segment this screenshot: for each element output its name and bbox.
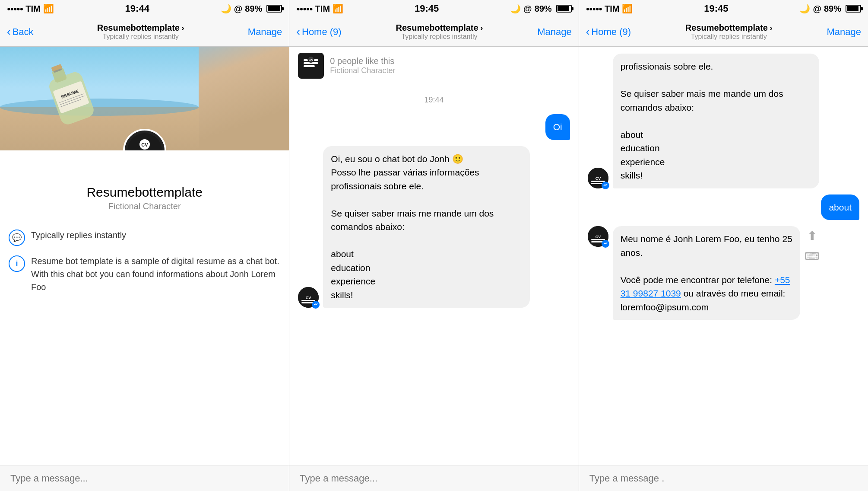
user-bubble-2: about (821, 194, 859, 220)
bot-bubble-2b: Meu nome é Jonh Lorem Foo, eu tenho 25 a… (613, 226, 800, 320)
status-bar-1: ●●●●● TIM 📶 19:44 🌙 @ 89% (0, 0, 289, 17)
keyboard-icon[interactable]: ⌨ (805, 250, 820, 262)
info-row-chat: 💬 Typically replies instantly (9, 229, 280, 246)
battery-pct-3: 89% (824, 4, 841, 14)
nav-center-3: Resumebottemplate › Typically replies in… (635, 23, 822, 41)
nav-title-3: Resumebottemplate › (685, 23, 773, 33)
bot-avatar-2a: CV (588, 168, 608, 188)
nav-title-text-3: Resumebottemplate (685, 23, 768, 33)
type-bar-3 (579, 465, 868, 491)
nav-center-2: Resumebottemplate › Typically replies in… (346, 23, 533, 41)
profile-info: 💬 Typically replies instantly i Resume b… (0, 229, 289, 293)
messenger-badge-2a (602, 182, 609, 189)
svg-text:CV: CV (309, 58, 314, 62)
nav-title-text-2: Resumebottemplate (396, 23, 478, 33)
svg-point-2 (0, 99, 199, 116)
at-icon-1: @ (234, 4, 243, 14)
svg-rect-21 (304, 65, 315, 67)
bot-avatar-2b: CV (588, 226, 608, 247)
nav-title-arrow-3: › (770, 23, 773, 33)
back-chevron-2: ‹ (296, 25, 300, 38)
manage-button-2[interactable]: Manage (537, 26, 572, 38)
battery-icon-3 (846, 5, 861, 13)
back-label-2: Home (9) (302, 26, 342, 38)
action-icons: ⬆ ⌨ (805, 226, 820, 262)
status-right-3: 🌙 @ 89% (799, 3, 861, 14)
message-input-2[interactable] (300, 473, 568, 484)
info-row-about: i Resume bot template is a sample of dig… (9, 255, 280, 293)
message-input-1[interactable] (10, 473, 279, 484)
signal-dots-1: ●●●●● (7, 5, 23, 12)
back-button-1[interactable]: ‹ Back (7, 25, 34, 38)
page-likes: 0 people like this (330, 56, 395, 66)
manage-button-3[interactable]: Manage (827, 26, 861, 38)
chat-timestamp-1: 19:44 (298, 96, 570, 105)
nav-title-1: Resumebottemplate › (97, 23, 184, 33)
chat-area-2[interactable]: CV profissionais sobre ele.Se quiser sab… (579, 47, 868, 465)
status-right-2: 🌙 @ 89% (510, 3, 572, 14)
reply-speed-text: Typically replies instantly (31, 229, 126, 242)
svg-text:CV: CV (141, 142, 148, 147)
carrier-2: TIM (315, 4, 330, 14)
moon-icon-1: 🌙 (221, 3, 231, 14)
profile-type: Fictional Character (108, 201, 181, 211)
svg-text:CV: CV (306, 296, 311, 300)
bot-avatar-1: CV (298, 287, 319, 308)
at-icon-2: @ (523, 4, 532, 14)
status-time-3: 19:45 (704, 3, 728, 14)
messenger-badge-2b (602, 240, 609, 248)
status-time-1: 19:44 (125, 3, 149, 14)
svg-rect-37 (591, 239, 605, 240)
carrier-3: TIM (605, 4, 619, 14)
about-text: Resume bot template is a sample of digit… (31, 255, 280, 293)
bot-bubble-2a: profissionais sobre ele.Se quiser saber … (613, 54, 819, 188)
nav-title-text-1: Resumebottemplate (97, 23, 180, 33)
msg-row-user-1: Oi (298, 114, 570, 140)
status-left-3: ●●●●● TIM 📶 (586, 3, 633, 14)
msg-row-user-2: about (588, 194, 859, 220)
wifi-icon-1: 📶 (43, 3, 54, 14)
nav-bar-1: ‹ Back Resumebottemplate › Typically rep… (0, 17, 289, 47)
user-bubble-1: Oi (545, 114, 570, 140)
battery-pct-2: 89% (535, 4, 552, 14)
bot-bubble-row-2b: Meu nome é Jonh Lorem Foo, eu tenho 25 a… (613, 226, 859, 320)
nav-subtitle-1: Typically replies instantly (103, 33, 179, 41)
bot-bubble-1: Oi, eu sou o chat bot do Jonh 🙂Posso lhe… (323, 146, 529, 308)
msg-row-bot-1: CV Oi, eu sou o chat bot do Jonh 🙂Posso … (298, 146, 570, 308)
profile-name: Resumebottemplate (86, 185, 202, 200)
profile-body: Resumebottemplate Fictional Character (0, 178, 289, 218)
back-button-3[interactable]: ‹ Home (9) (586, 25, 631, 38)
page-sub: Fictional Character (330, 66, 395, 75)
back-label-1: Back (13, 26, 34, 38)
battery-icon-1 (266, 5, 282, 13)
carrier-1: TIM (25, 4, 40, 14)
share-icon[interactable]: ⬆ (805, 228, 820, 243)
svg-rect-32 (591, 181, 605, 182)
battery-icon-2 (556, 5, 572, 13)
type-bar-1 (0, 465, 289, 491)
panel-chat2: ●●●●● TIM 📶 19:45 🌙 @ 89% ‹ Home (9) Res… (579, 0, 868, 491)
info-icon: i (9, 255, 25, 272)
page-avatar: CV (298, 53, 324, 79)
message-input-3[interactable] (589, 473, 858, 484)
back-button-2[interactable]: ‹ Home (9) (296, 25, 341, 38)
nav-bar-3: ‹ Home (9) Resumebottemplate › Typically… (579, 17, 868, 47)
manage-button-1[interactable]: Manage (248, 26, 282, 38)
back-label-3: Home (9) (591, 26, 631, 38)
page-info: 0 people like this Fictional Character (330, 56, 395, 75)
status-bar-3: ●●●●● TIM 📶 19:45 🌙 @ 89% (579, 0, 868, 17)
type-bar-2 (289, 465, 578, 491)
msg-row-bot-2a: CV profissionais sobre ele.Se quiser sab… (588, 54, 859, 188)
nav-bar-2: ‹ Home (9) Resumebottemplate › Typically… (289, 17, 578, 47)
chat-area-1[interactable]: 19:44 Oi CV Oi, eu s (289, 85, 578, 465)
status-right-1: 🌙 @ 89% (221, 3, 282, 14)
moon-icon-3: 🌙 (799, 3, 810, 14)
at-icon-3: @ (813, 4, 821, 14)
back-chevron-1: ‹ (7, 25, 11, 38)
msg-row-bot-2b-container: CV Meu nome é Jonh Lorem Foo, eu tenho 2… (588, 226, 859, 320)
nav-center-1: Resumebottemplate › Typically replies in… (38, 23, 244, 41)
moon-icon-2: 🌙 (510, 3, 521, 14)
status-time-2: 19:45 (415, 3, 439, 14)
battery-pct-1: 89% (245, 4, 262, 14)
nav-subtitle-2: Typically replies instantly (401, 33, 477, 41)
